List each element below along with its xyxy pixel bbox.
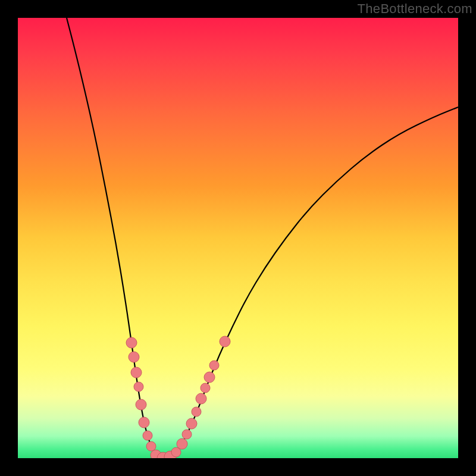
marker-point [201, 383, 210, 393]
marker-point [143, 431, 152, 440]
plot-area [18, 18, 458, 458]
marker-point [186, 418, 197, 429]
highlight-markers [126, 336, 230, 458]
marker-point [129, 352, 139, 362]
marker-point [177, 439, 187, 449]
chart-frame: TheBottleneck.com [0, 0, 476, 476]
marker-point [131, 367, 142, 378]
marker-point [182, 430, 192, 439]
marker-point [136, 399, 146, 410]
marker-point [209, 361, 219, 370]
watermark-label: TheBottleneck.com [358, 1, 472, 17]
marker-point [192, 407, 201, 416]
marker-point [134, 382, 143, 392]
marker-point [220, 336, 230, 347]
marker-point [126, 337, 137, 348]
bottleneck-curve [67, 18, 458, 458]
marker-point [196, 393, 206, 404]
marker-point [146, 441, 156, 451]
marker-point [204, 372, 215, 383]
chart-svg [18, 18, 458, 458]
marker-point [139, 417, 149, 428]
